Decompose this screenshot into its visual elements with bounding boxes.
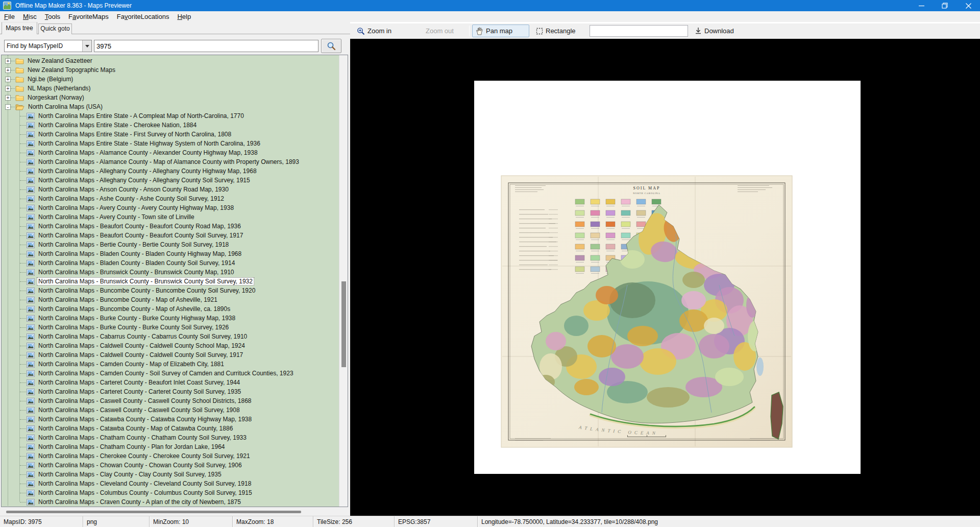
maps-tree[interactable]: +New Zealand Gazetteer+New Zealand Topog…	[1, 55, 348, 507]
zoom-in-button[interactable]: Zoom in	[353, 25, 395, 37]
tree-item[interactable]: North Carolina Maps - Cleveland County -…	[2, 479, 339, 488]
tree-item[interactable]: North Carolina Maps - Cabarrus County - …	[2, 332, 339, 341]
tree-item[interactable]: North Carolina Maps - Brunswick County -…	[2, 268, 339, 277]
combobox-dropdown-button[interactable]	[82, 40, 91, 52]
pan-hand-icon	[476, 27, 483, 35]
map-page[interactable]: SOIL MAP NORTH CAROLINA	[474, 81, 861, 474]
tree-item[interactable]: North Carolina Maps - Burke County - Bur…	[2, 323, 339, 332]
expand-icon[interactable]: +	[5, 77, 11, 82]
collapse-icon[interactable]: -	[5, 104, 11, 110]
tree-item[interactable]: North Carolina Maps - Alamance County - …	[2, 157, 339, 166]
search-button[interactable]	[321, 39, 341, 53]
restore-button[interactable]	[933, 0, 957, 11]
tree-item[interactable]: North Carolina Maps - Buncombe County - …	[2, 286, 339, 295]
tree-item-label: North Carolina Maps - Burke County - Bur…	[37, 323, 230, 331]
menu-item-favoritemaps[interactable]: FavoriteMaps	[64, 12, 113, 21]
map-thumbnail-icon	[27, 159, 35, 165]
menu-item-help[interactable]: Help	[173, 12, 195, 21]
expand-icon[interactable]: +	[5, 67, 11, 73]
expand-icon[interactable]: +	[5, 86, 11, 91]
tree-item-label: North Carolina Maps - Caswell County - C…	[37, 397, 253, 405]
menu-item-file[interactable]: File	[0, 12, 19, 21]
tree-item[interactable]: North Carolina Maps - Cherokee County - …	[2, 451, 339, 461]
tree-item[interactable]: North Carolina Maps - Anson County - Ans…	[2, 185, 339, 194]
tree-item[interactable]: North Carolina Maps - Caswell County - C…	[2, 405, 339, 415]
tree-item[interactable]: North Carolina Maps - Chatham County - P…	[2, 442, 339, 451]
tree-folder[interactable]: +New Zealand Gazetteer	[2, 56, 339, 65]
tree-folder[interactable]: +Ngi.be (Belgium)	[2, 75, 339, 84]
tree-item[interactable]: North Carolina Maps - Ashe County - Ashe…	[2, 194, 339, 203]
tree-item[interactable]: North Carolina Maps Entire State - Chero…	[2, 121, 339, 130]
tree-item[interactable]: North Carolina Maps - Bladen County - Bl…	[2, 249, 339, 258]
tree-folder[interactable]: +NL Maps (Netherlands)	[2, 84, 339, 93]
tree-item[interactable]: North Carolina Maps Entire State - A Com…	[2, 111, 339, 121]
tree-item[interactable]: North Carolina Maps - Caswell County - C…	[2, 396, 339, 405]
tree-connector	[20, 327, 26, 328]
tree-item[interactable]: North Carolina Maps - Carteret County - …	[2, 378, 339, 387]
tree-connector	[20, 438, 26, 438]
close-button[interactable]	[957, 0, 980, 11]
tree-item[interactable]: North Carolina Maps - Beaufort County - …	[2, 222, 339, 231]
expand-icon[interactable]: +	[5, 58, 11, 64]
tree-folder[interactable]: -North Carolina Maps (USA)	[2, 102, 339, 111]
tree-item[interactable]: North Carolina Maps - Buncombe County - …	[2, 295, 339, 304]
pan-map-button[interactable]: Pan map	[472, 25, 529, 37]
tree-item-label: North Carolina Maps - Avery County - Ave…	[37, 204, 235, 212]
tree-item[interactable]: North Carolina Maps - Avery County - Ave…	[2, 203, 339, 212]
tree-item[interactable]: North Carolina Maps - Camden County - Ma…	[2, 360, 339, 369]
menu-item-tools[interactable]: Tools	[41, 12, 64, 21]
tree-item[interactable]: North Carolina Maps - Clay County - Clay…	[2, 470, 339, 479]
status-segment-4: TileSize: 256	[313, 516, 395, 527]
tree-item[interactable]: North Carolina Maps Entire State - State…	[2, 139, 339, 148]
tree-item[interactable]: North Carolina Maps - Caldwell County - …	[2, 350, 339, 360]
tree-item-label: North Carolina Maps - Carteret County - …	[37, 378, 241, 387]
find-by-combobox[interactable]: Find by MapsTypeID	[4, 40, 92, 52]
tree-vertical-scrollbar[interactable]	[339, 55, 348, 507]
tree-item[interactable]: North Carolina Maps - Bertie County - Be…	[2, 240, 339, 249]
tree-item[interactable]: North Carolina Maps - Alamance County - …	[2, 148, 339, 157]
map-viewport[interactable]: SOIL MAP NORTH CAROLINA	[350, 39, 980, 516]
download-button[interactable]: Download	[691, 25, 738, 37]
tree-folder[interactable]: +New Zealand Topographic Maps	[2, 65, 339, 75]
tree-item[interactable]: North Carolina Maps - Catawba County - M…	[2, 424, 339, 433]
tree-folder[interactable]: +Norgeskart (Norway)	[2, 93, 339, 102]
tree-connector	[20, 337, 26, 337]
tree-item[interactable]: North Carolina Maps - Alleghany County -…	[2, 166, 339, 176]
tree-item[interactable]: North Carolina Maps - Carteret County - …	[2, 387, 339, 396]
tree-horizontal-scrollbar[interactable]	[0, 508, 350, 515]
tree-vertical-scrollbar-thumb[interactable]	[341, 281, 346, 367]
tree-item-label: North Carolina Maps - Bladen County - Bl…	[37, 259, 236, 267]
tree-item-label: North Carolina Maps - Buncombe County - …	[37, 286, 257, 295]
tree-item[interactable]: North Carolina Maps - Alleghany County -…	[2, 176, 339, 185]
minimize-button[interactable]	[910, 0, 933, 11]
tree-item[interactable]: North Carolina Maps - Chatham County - C…	[2, 433, 339, 442]
tree-item-label: North Carolina Maps - Caldwell County - …	[37, 342, 247, 350]
tree-item[interactable]: North Carolina Maps Entire State - First…	[2, 130, 339, 139]
tree-item[interactable]: North Carolina Maps - Buncombe County - …	[2, 304, 339, 314]
expand-icon[interactable]: +	[5, 95, 11, 101]
tree-item[interactable]: North Carolina Maps - Catawba County - C…	[2, 415, 339, 424]
zoom-out-button[interactable]: Zoom out	[422, 25, 457, 37]
tab-quick-goto[interactable]: Quick goto	[38, 23, 72, 34]
toolbar-address-input[interactable]	[590, 25, 688, 37]
tree-horizontal-scrollbar-thumb[interactable]	[6, 511, 301, 513]
menu-item-misc[interactable]: Misc	[19, 12, 41, 21]
tree-connector	[20, 281, 26, 282]
search-input[interactable]	[94, 40, 318, 52]
tree-item[interactable]: North Carolina Maps - Bladen County - Bl…	[2, 258, 339, 268]
tree-item[interactable]: North Carolina Maps - Craven County - A …	[2, 497, 339, 507]
rectangle-button[interactable]: Rectangle	[532, 25, 579, 37]
tab-maps-tree[interactable]: Maps tree	[2, 22, 37, 34]
tree-item[interactable]: North Carolina Maps - Chowan County - Ch…	[2, 461, 339, 470]
tree-item[interactable]: North Carolina Maps - Columbus County - …	[2, 488, 339, 497]
tree-item[interactable]: North Carolina Maps - Camden County - So…	[2, 369, 339, 378]
titlebar[interactable]: Offline Map Maker 8.363 - Maps Previewer	[0, 0, 980, 11]
tree-connector	[20, 355, 26, 355]
tree-item[interactable]: North Carolina Maps - Caldwell County - …	[2, 341, 339, 350]
menu-item-favoritelocations[interactable]: FavoriteLocations	[113, 12, 174, 21]
tree-item[interactable]: North Carolina Maps - Beaufort County - …	[2, 231, 339, 240]
tree-item[interactable]: North Carolina Maps - Brunswick County -…	[2, 277, 339, 286]
tree-item[interactable]: North Carolina Maps - Avery County - Tow…	[2, 212, 339, 222]
map-thumbnail-icon	[27, 168, 35, 175]
tree-item[interactable]: North Carolina Maps - Burke County - Bur…	[2, 314, 339, 323]
